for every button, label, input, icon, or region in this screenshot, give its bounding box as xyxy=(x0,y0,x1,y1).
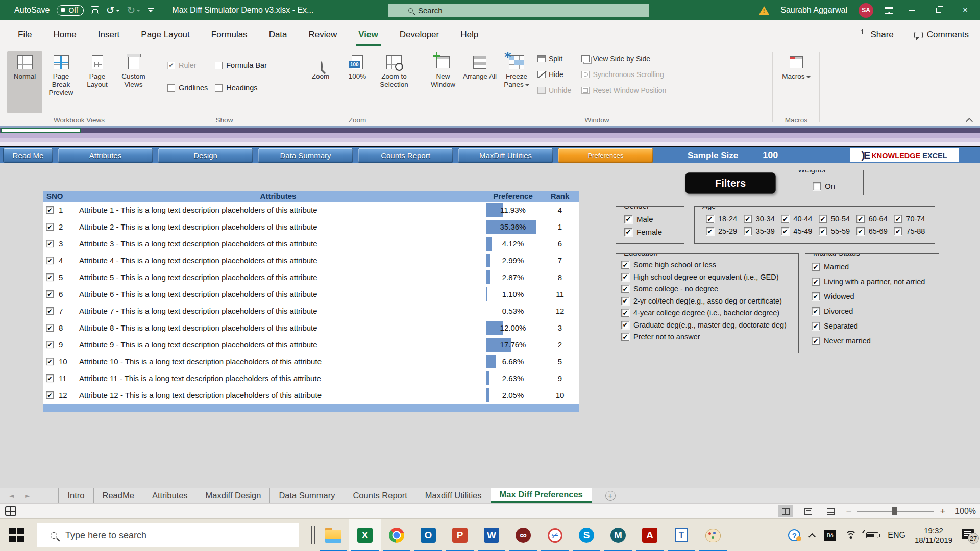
age-checkbox-50-54[interactable]: ✔50-54 xyxy=(819,215,856,223)
ribbon-button-reset-window-position[interactable]: Reset Window Position xyxy=(581,85,666,96)
checkbox[interactable]: ✔ xyxy=(167,62,175,69)
taskbar-media-reels[interactable]: ∞ xyxy=(507,519,539,551)
taskbar-outlook[interactable]: O xyxy=(412,519,444,551)
comments-button[interactable]: Comments xyxy=(914,30,969,40)
tab-insert[interactable]: Insert xyxy=(87,20,131,49)
checkbox[interactable]: ✔ xyxy=(621,297,629,305)
ribbon-button-normal[interactable]: Normal xyxy=(7,51,42,113)
taskbar-skype[interactable]: S xyxy=(571,519,602,551)
row-checkbox[interactable]: ✔ xyxy=(46,223,54,231)
checkbox[interactable]: ✔ xyxy=(706,215,714,223)
ribbon-button-page-layout[interactable]: Page Layout xyxy=(80,51,115,113)
ribbon-button-zoom-to-selection[interactable]: Zoom to Selection xyxy=(376,51,412,113)
user-name[interactable]: Saurabh Aggarwal xyxy=(780,6,847,15)
nav-button-attributes[interactable]: Attributes xyxy=(58,148,153,163)
row-checkbox[interactable]: ✔ xyxy=(46,391,54,399)
education-checkbox-graduate-deg-e-g-master-deg-doctorate-deg[interactable]: ✔Graduate deg(e.g., master deg, doctorat… xyxy=(621,321,798,329)
tab-review[interactable]: Review xyxy=(298,20,348,49)
action-center-icon[interactable]: 27 xyxy=(962,529,977,542)
taskbar-file-explorer[interactable] xyxy=(317,519,349,551)
sheet-scroll-left-icon[interactable]: ◄ xyxy=(9,492,14,499)
ribbon-button-unhide[interactable]: Unhide xyxy=(537,85,571,96)
view-page-layout-button[interactable] xyxy=(800,505,816,517)
checkbox[interactable]: ✔ xyxy=(812,278,820,286)
education-checkbox-4-year-college-degree-i-e-bachelor-degree[interactable]: ✔4-year college degree (i.e., bachelor d… xyxy=(621,309,798,317)
start-button[interactable] xyxy=(9,528,24,543)
age-checkbox-30-34[interactable]: ✔30-34 xyxy=(744,215,781,223)
taskbar-chrome[interactable] xyxy=(381,519,412,551)
nav-button-preferences[interactable]: Preferences xyxy=(558,148,653,163)
row-checkbox[interactable]: ✔ xyxy=(46,273,54,281)
checkbox[interactable]: ✔ xyxy=(621,321,629,329)
row-checkbox[interactable]: ✔ xyxy=(46,341,54,348)
ribbon-button-new-window[interactable]: New Window xyxy=(425,51,461,113)
ribbon-button-freeze-panes[interactable]: Freeze Panes xyxy=(499,51,534,113)
row-checkbox[interactable]: ✔ xyxy=(46,257,54,264)
education-checkbox-some-high-school-or-less[interactable]: ✔Some high school or less xyxy=(621,261,798,269)
checkbox[interactable]: ✔ xyxy=(624,228,632,236)
age-checkbox-35-39[interactable]: ✔35-39 xyxy=(744,227,781,235)
gender-checkbox-female[interactable]: ✔Female xyxy=(624,228,684,236)
checkbox[interactable]: ✔ xyxy=(812,292,820,300)
checkbox[interactable]: ✔ xyxy=(894,227,902,235)
status-left-icon[interactable] xyxy=(5,506,16,516)
age-checkbox-65-69[interactable]: ✔65-69 xyxy=(856,227,894,235)
marital-checkbox-living-with-a-partner-not-arried[interactable]: ✔Living with a partner, not arried xyxy=(812,278,939,286)
filters-button[interactable]: Filters xyxy=(685,172,776,194)
checkbox[interactable]: ✔ xyxy=(812,263,820,271)
warning-icon[interactable] xyxy=(759,6,769,15)
checkbox[interactable]: ✔ xyxy=(624,215,632,223)
checkbox[interactable] xyxy=(215,84,223,92)
language-indicator[interactable]: ENG xyxy=(888,531,905,540)
tab-help[interactable]: Help xyxy=(450,20,489,49)
marital-checkbox-married[interactable]: ✔Married xyxy=(812,263,939,271)
search-box[interactable]: Search xyxy=(388,4,649,17)
marital-checkbox-widowed[interactable]: ✔Widowed xyxy=(812,292,939,300)
zoom-slider-handle[interactable] xyxy=(892,507,897,515)
age-checkbox-45-49[interactable]: ✔45-49 xyxy=(781,227,819,235)
sheet-scroll-right-icon[interactable]: ► xyxy=(25,492,30,499)
checkbox[interactable]: ✔ xyxy=(744,215,752,223)
age-checkbox-75-88[interactable]: ✔75-88 xyxy=(894,227,932,235)
checkbox[interactable]: ✔ xyxy=(621,309,629,317)
sheet-tab-maxdiff-utilities[interactable]: Maxdiff Utilities xyxy=(416,488,491,503)
row-checkbox[interactable]: ✔ xyxy=(46,324,54,332)
checkbox[interactable]: ✔ xyxy=(744,227,752,235)
ribbon-display-options-icon[interactable] xyxy=(885,7,893,14)
nav-button-counts-report[interactable]: Counts Report xyxy=(358,148,453,163)
row-checkbox[interactable]: ✔ xyxy=(46,374,54,382)
row-checkbox[interactable]: ✔ xyxy=(46,307,54,315)
nav-button-design[interactable]: Design xyxy=(158,148,253,163)
zoom-in-button[interactable]: + xyxy=(939,506,946,517)
tab-data[interactable]: Data xyxy=(258,20,298,49)
taskbar-crown-teal-app[interactable]: M xyxy=(602,519,634,551)
sheet-tab-counts-report[interactable]: Counts Report xyxy=(344,488,415,503)
share-button[interactable]: Share xyxy=(859,30,893,40)
minimize-button[interactable] xyxy=(904,5,920,15)
row-checkbox[interactable]: ✔ xyxy=(46,206,54,214)
avatar[interactable]: SA xyxy=(859,3,873,18)
taskbar-powerpoint[interactable]: P xyxy=(444,519,476,551)
row-checkbox[interactable]: ✔ xyxy=(46,358,54,365)
sheet-tab-max-diff-preferences[interactable]: Max Diff Preferences xyxy=(491,488,592,503)
age-checkbox-60-64[interactable]: ✔60-64 xyxy=(856,215,894,223)
checkbox[interactable]: ✔ xyxy=(812,337,820,345)
collapse-ribbon-icon[interactable] xyxy=(967,117,972,122)
taskbar-paint[interactable] xyxy=(697,519,729,551)
save-icon[interactable] xyxy=(91,6,99,14)
education-checkbox-prefer-not-to-answer[interactable]: ✔Prefer not to answer xyxy=(621,333,798,341)
tray-expand-icon[interactable] xyxy=(810,533,815,538)
checkbox[interactable] xyxy=(813,182,821,190)
taskbar-word[interactable]: W xyxy=(476,519,507,551)
nav-button-data-summary[interactable]: Data Summary xyxy=(258,148,353,163)
marital-checkbox-separated[interactable]: ✔Separated xyxy=(812,322,939,330)
taskbar-search-input[interactable]: Type here to search xyxy=(37,523,299,547)
sheet-tab-intro[interactable]: Intro xyxy=(58,488,93,503)
ribbon-button-zoom[interactable]: Zoom xyxy=(303,51,338,113)
checkbox[interactable]: ✔ xyxy=(812,307,820,315)
checkbox[interactable]: ✔ xyxy=(819,227,827,235)
bang-olufsen-icon[interactable]: Bö xyxy=(824,530,836,541)
sheet-tab-readme[interactable]: ReadMe xyxy=(93,488,143,503)
age-checkbox-40-44[interactable]: ✔40-44 xyxy=(781,215,819,223)
undo-caret-icon[interactable] xyxy=(116,10,120,14)
